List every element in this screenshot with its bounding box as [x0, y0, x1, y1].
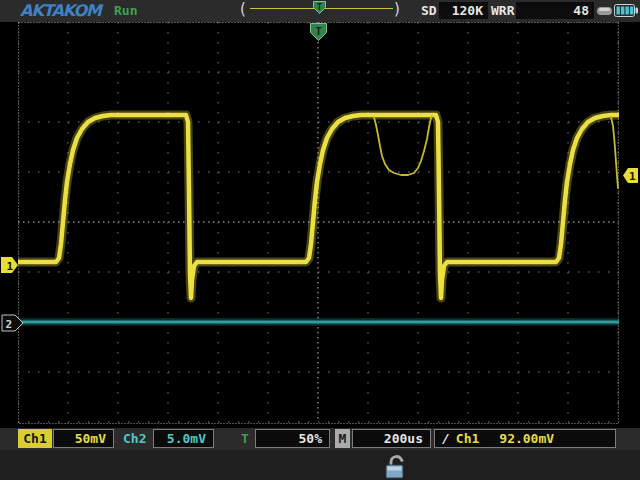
bottom-status-bar: Ch1 50mV Ch2 5.0mV T 50% M 200us / Ch1 9… — [0, 428, 640, 450]
ch2-ground-marker[interactable]: 2 — [1, 314, 25, 332]
timebase-box[interactable]: 200us — [352, 429, 431, 448]
rising-slope-icon: / — [442, 431, 450, 446]
sd-card-label: SD — [421, 3, 437, 18]
mode-label: WRR — [491, 3, 514, 18]
ch2-scale-box[interactable]: 5.0mV — [153, 429, 214, 448]
window-left-bracket: ( — [240, 0, 246, 18]
ch2-label[interactable]: Ch2 — [123, 429, 146, 448]
usb-device-icon — [596, 5, 614, 17]
trigger-position-box[interactable]: 50% — [255, 429, 330, 448]
trigger-source: Ch1 — [456, 431, 479, 446]
trigger-position-label: T — [241, 429, 249, 448]
ch1-badge[interactable]: Ch1 — [18, 429, 52, 448]
brand-logo: AKTAKOM — [20, 1, 101, 20]
ch1-scale-box[interactable]: 50mV — [53, 429, 114, 448]
waveform-screen — [18, 22, 619, 424]
trigger-point-marker[interactable]: T — [310, 23, 327, 41]
oscilloscope-display: AKTAKOM Run ( ) T SD 120K WRR 48 — [0, 0, 640, 480]
trigger-position-icon[interactable]: T — [313, 1, 326, 14]
acquisition-status: Run — [114, 3, 137, 18]
top-status-bar: AKTAKOM Run ( ) T SD 120K WRR 48 — [0, 0, 640, 22]
ch1-ground-marker[interactable]: 1 — [1, 256, 19, 274]
svg-text:T: T — [315, 26, 321, 37]
unlock-icon[interactable] — [383, 454, 413, 479]
trigger-level-value: 92.00mV — [499, 431, 554, 446]
trigger-level-marker[interactable]: 1 — [622, 167, 639, 184]
timebase-badge[interactable]: M — [335, 429, 350, 448]
footer-strip — [0, 450, 640, 480]
count-box: 48 — [516, 2, 594, 19]
trigger-settings-box[interactable]: / Ch1 92.00mV — [434, 429, 616, 448]
svg-text:2: 2 — [6, 318, 13, 331]
svg-text:1: 1 — [629, 170, 636, 183]
battery-icon — [614, 4, 638, 18]
svg-text:1: 1 — [7, 260, 14, 273]
sample-depth-box: 120K — [439, 2, 488, 19]
window-right-bracket: ) — [394, 0, 400, 18]
svg-text:T: T — [317, 3, 322, 12]
